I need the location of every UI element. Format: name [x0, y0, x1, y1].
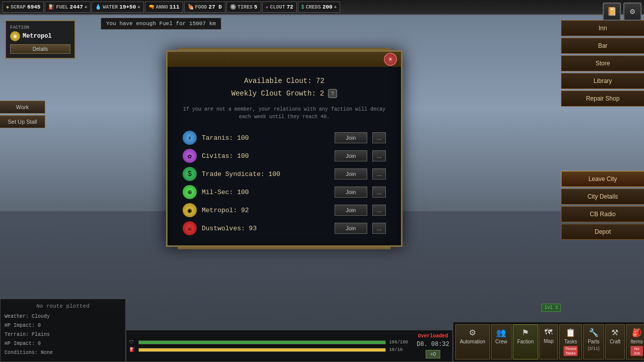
dustwolves-icon: ☠ [183, 221, 197, 235]
taranis-icon: ⚡ [183, 131, 197, 145]
dustwolves-join-button[interactable]: Join [335, 223, 367, 234]
civitas-join-button[interactable]: Join [335, 150, 367, 161]
dialog-title-bar: × [168, 52, 401, 67]
dustwolves-name: Dustwolves: 93 [202, 225, 330, 232]
faction-row-milsec: ⊕ Mil-Sec: 100 Join ... [183, 185, 386, 199]
available-clout-label: Available Clout: [244, 77, 311, 85]
dustwolves-more-button[interactable]: ... [372, 223, 386, 234]
faction-row-civitas: ✿ Civitas: 100 Join ... [183, 149, 386, 163]
trade-syndicate-name: Trade Syndicate: 100 [202, 170, 330, 178]
clout-info-section: Available Clout: 72 Weekly Clout Growth:… [183, 77, 386, 98]
faction-row-dustwolves: ☠ Dustwolves: 93 Join ... [183, 221, 386, 235]
available-clout-display: Available Clout: 72 [183, 77, 386, 85]
taranis-more-button[interactable]: ... [372, 132, 386, 143]
weekly-growth-help-icon[interactable]: ? [328, 89, 337, 98]
faction-dialog-overlay: × Available Clout: 72 Weekly Clout Growt… [0, 0, 644, 362]
close-dialog-button[interactable]: × [384, 53, 397, 66]
trade-syndicate-icon: $ [183, 167, 197, 181]
taranis-join-button[interactable]: Join [335, 132, 367, 143]
dialog-content: Available Clout: 72 Weekly Clout Growth:… [168, 67, 401, 245]
milsec-icon: ⊕ [183, 185, 197, 199]
metropol-join-button[interactable]: Join [335, 205, 367, 216]
available-clout-value: 72 [316, 77, 325, 85]
metropol-more-button[interactable]: ... [372, 205, 386, 216]
weekly-growth-display: Weekly Clout Growth: 2 ? [183, 89, 386, 98]
weekly-growth-value: 2 [320, 89, 324, 98]
civitas-name: Civitas: 100 [202, 152, 330, 160]
weekly-growth-label: Weekly Clout Growth: [231, 89, 316, 98]
civitas-more-button[interactable]: ... [372, 150, 386, 161]
milsec-name: Mil-Sec: 100 [202, 189, 330, 196]
civitas-icon: ✿ [183, 149, 197, 163]
faction-info-text: If you are not a member, your relations … [183, 106, 386, 121]
faction-list: ⚡ Taranis: 100 Join ... ✿ Civitas: 100 J… [183, 131, 386, 235]
taranis-name: Taranis: 100 [202, 134, 330, 142]
trade-syndicate-more-button[interactable]: ... [372, 168, 386, 179]
metropol-icon: ◉ [183, 203, 197, 217]
faction-row-metropol: ◉ Metropol: 92 Join ... [183, 203, 386, 217]
faction-row-taranis: ⚡ Taranis: 100 Join ... [183, 131, 386, 145]
faction-row-trade-syndicate: $ Trade Syndicate: 100 Join ... [183, 167, 386, 181]
trade-syndicate-join-button[interactable]: Join [335, 168, 367, 179]
metropol-name: Metropol: 92 [202, 207, 330, 214]
milsec-more-button[interactable]: ... [372, 187, 386, 198]
faction-dialog: × Available Clout: 72 Weekly Clout Growt… [166, 50, 403, 247]
milsec-join-button[interactable]: Join [335, 187, 367, 198]
